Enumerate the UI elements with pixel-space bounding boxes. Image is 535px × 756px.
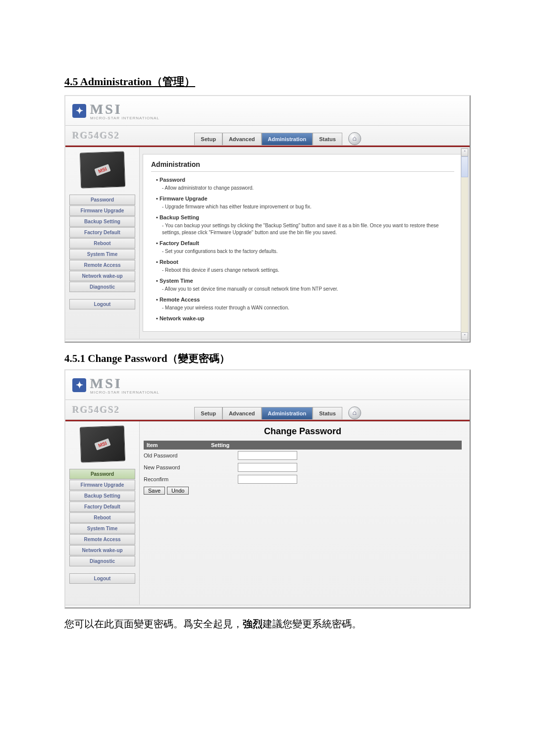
- top-bar: ✦ MSI MICRO-STAR INTERNATIONAL: [65, 96, 470, 126]
- sub-heading: 4.5.1 Change Password（變更密碼）: [64, 352, 471, 365]
- content-changepw: Change Password Item Setting Old Passwor…: [140, 421, 470, 605]
- sidebar-item-backup-setting[interactable]: Backup Setting: [69, 216, 135, 227]
- sidebar: MSI Password Firmware Upgrade Backup Set…: [65, 147, 140, 339]
- sidebar-item-system-time[interactable]: System Time: [69, 249, 135, 259]
- content-admin: Administration Password Allow administra…: [143, 154, 463, 332]
- scroll-down-icon[interactable]: ˅: [461, 332, 468, 340]
- sidebar-item-firmware-upgrade[interactable]: Firmware Upgrade: [69, 480, 135, 490]
- sidebar-item-network-wakeup[interactable]: Network wake-up: [69, 545, 135, 555]
- new-password-field[interactable]: [238, 463, 297, 472]
- sidebar-item-diagnostic[interactable]: Diagnostic: [69, 556, 135, 566]
- brand-logo-icon: ✦: [72, 104, 86, 118]
- row-reconfirm: Reconfirm: [144, 473, 462, 485]
- main-tabs-2: Setup Advanced Administration Status ⌂: [194, 400, 361, 419]
- sidebar-logout[interactable]: Logout: [69, 573, 135, 584]
- footer-note-post: 建議您變更系統密碼。: [263, 618, 362, 629]
- desc-factory: Set your configurations back to the fact…: [162, 248, 454, 255]
- scroll-up-icon[interactable]: ˄: [461, 149, 468, 156]
- scroll-thumb[interactable]: [461, 156, 468, 177]
- desc-remote: Manage your wireless router through a WA…: [162, 304, 454, 311]
- brand-logo-icon: ✦: [72, 378, 86, 392]
- desc-reboot: Reboot this device if users change netwo…: [162, 267, 454, 274]
- footer-note-bold: 強烈: [243, 618, 263, 629]
- desc-firmware: Upgrade firmware which has either featur…: [162, 203, 454, 210]
- label-reconfirm: Reconfirm: [144, 476, 208, 482]
- table-header: Item Setting: [144, 441, 462, 450]
- sidebar-item-reboot[interactable]: Reboot: [69, 238, 135, 249]
- grp-firmware: Firmware Upgrade: [160, 196, 208, 202]
- tab-setup[interactable]: Setup: [194, 133, 222, 145]
- router-panel-admin: ✦ MSI MICRO-STAR INTERNATIONAL RG54GS2 S…: [64, 95, 471, 343]
- product-row: RG54GS2 Setup Advanced Administration St…: [65, 126, 470, 146]
- col-item: Item: [144, 441, 208, 450]
- product-model: RG54GS2: [72, 130, 120, 141]
- desc-backup: You can backup your settings by clicking…: [162, 222, 454, 236]
- tab-administration[interactable]: Administration: [262, 407, 313, 419]
- footer-note: 您可以在此頁面變更密碼。爲安全起見，強烈建議您變更系統密碼。: [64, 617, 471, 631]
- top-bar-2: ✦ MSI MICRO-STAR INTERNATIONAL: [65, 370, 470, 400]
- label-new-password: New Password: [144, 464, 208, 470]
- grp-factory: Factory Default: [160, 240, 199, 246]
- tab-advanced[interactable]: Advanced: [222, 133, 262, 145]
- tab-setup[interactable]: Setup: [194, 407, 222, 419]
- product-model: RG54GS2: [72, 404, 120, 415]
- tab-status[interactable]: Status: [313, 133, 342, 145]
- home-icon[interactable]: ⌂: [348, 406, 361, 419]
- main-tabs: Setup Advanced Administration Status ⌂: [194, 126, 361, 145]
- sidebar-item-factory-default[interactable]: Factory Default: [69, 502, 135, 512]
- sidebar-item-system-time[interactable]: System Time: [69, 523, 135, 534]
- content-title: Administration: [151, 160, 454, 172]
- brand-name: MSI: [90, 101, 160, 117]
- scrollbar[interactable]: ˄ ˅: [461, 148, 469, 341]
- label-old-password: Old Password: [144, 453, 208, 458]
- sidebar-item-backup-setting[interactable]: Backup Setting: [69, 491, 135, 501]
- tab-status[interactable]: Status: [313, 407, 342, 419]
- sidebar-item-remote-access[interactable]: Remote Access: [69, 534, 135, 545]
- device-icon: MSI: [79, 151, 125, 188]
- grp-systime: System Time: [160, 278, 193, 284]
- change-password-title: Change Password: [144, 426, 462, 437]
- sidebar-item-password[interactable]: Password: [69, 469, 135, 479]
- tab-advanced[interactable]: Advanced: [222, 407, 262, 419]
- section-heading: 4.5 Administration（管理）: [64, 74, 471, 89]
- row-new-password: New Password: [144, 461, 462, 473]
- router-panel-changepw: ✦ MSI MICRO-STAR INTERNATIONAL RG54GS2 S…: [64, 369, 471, 608]
- undo-button[interactable]: Undo: [167, 487, 189, 495]
- old-password-field[interactable]: [238, 451, 297, 460]
- product-row-2: RG54GS2 Setup Advanced Administration St…: [65, 400, 470, 420]
- col-setting: Setting: [208, 441, 462, 450]
- device-icon: MSI: [79, 425, 125, 462]
- grp-password: Password: [160, 177, 185, 183]
- desc-systime: Allow you to set device time manually or…: [162, 286, 454, 293]
- save-button[interactable]: Save: [144, 487, 165, 495]
- sidebar-item-password[interactable]: Password: [69, 195, 135, 205]
- grp-reboot: Reboot: [160, 259, 178, 265]
- grp-backup: Backup Setting: [160, 214, 199, 220]
- sidebar-item-firmware-upgrade[interactable]: Firmware Upgrade: [69, 205, 135, 216]
- tab-administration[interactable]: Administration: [262, 133, 313, 145]
- row-old-password: Old Password: [144, 450, 462, 461]
- desc-password: Allow administrator to change password.: [162, 185, 454, 192]
- brand-subtitle: MICRO-STAR INTERNATIONAL: [90, 116, 160, 120]
- footer-note-pre: 您可以在此頁面變更密碼。爲安全起見，: [64, 618, 243, 629]
- sidebar-item-remote-access[interactable]: Remote Access: [69, 260, 135, 270]
- home-icon[interactable]: ⌂: [348, 132, 361, 145]
- brand-subtitle: MICRO-STAR INTERNATIONAL: [90, 390, 160, 395]
- sidebar-item-factory-default[interactable]: Factory Default: [69, 227, 135, 238]
- sidebar-item-reboot[interactable]: Reboot: [69, 512, 135, 523]
- brand-name: MSI: [90, 376, 160, 392]
- grp-remote: Remote Access: [160, 297, 200, 302]
- sidebar-item-network-wakeup[interactable]: Network wake-up: [69, 271, 135, 281]
- sidebar-item-diagnostic[interactable]: Diagnostic: [69, 282, 135, 292]
- sidebar-2: MSI Password Firmware Upgrade Backup Set…: [65, 421, 140, 605]
- row-buttons: SaveUndo: [144, 485, 462, 496]
- reconfirm-field[interactable]: [238, 475, 297, 484]
- sidebar-logout[interactable]: Logout: [69, 299, 135, 309]
- grp-wakeup: Network wake-up: [160, 315, 204, 321]
